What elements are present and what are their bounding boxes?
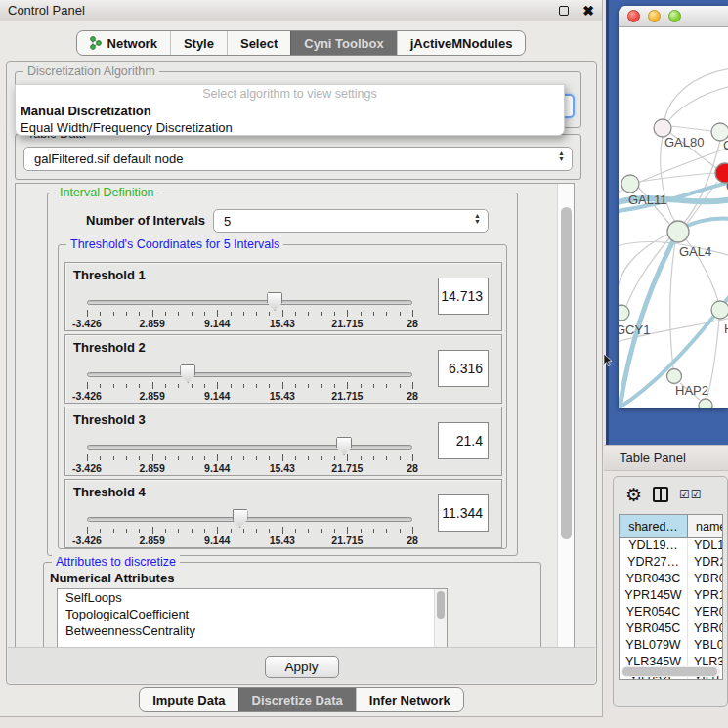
mouse-cursor	[603, 354, 613, 367]
table-row[interactable]: YDR27…YDR2	[620, 555, 722, 572]
network-node-gal4[interactable]	[667, 221, 689, 242]
slider-thumb[interactable]	[267, 292, 282, 311]
number-of-intervals-label: Number of Intervals	[86, 213, 205, 228]
control-panel-titlebar: Control Panel ✖	[0, 0, 602, 21]
tick-label: 9.144	[204, 390, 230, 402]
scrollbar-thumb[interactable]	[437, 591, 445, 619]
panel-title: Control Panel	[8, 3, 559, 18]
control-panel-window: Control Panel ✖ NetworkStyleSelectCyni T…	[0, 0, 603, 717]
slider-tick-labels: -3.4262.8599.14415.4321.71528	[87, 390, 412, 402]
threshold-box: Threshold 1-3.4262.8599.14415.4321.71528…	[64, 262, 502, 331]
tab-label: Cyni Toolbox	[304, 36, 383, 51]
number-of-intervals-combobox[interactable]: 5 ▲▼	[213, 209, 489, 233]
tab-label: Network	[107, 36, 157, 51]
vertical-scrollbar[interactable]	[557, 184, 574, 648]
horizontal-scrollbar[interactable]	[621, 666, 720, 677]
attributes-list: SelfLoopsTopologicalCoefficientBetweenne…	[57, 588, 448, 649]
tab-label: Select	[240, 36, 278, 51]
network-node-hap2[interactable]	[667, 369, 682, 384]
tick-label: 15.43	[270, 462, 295, 474]
network-node-gcy1[interactable]	[619, 305, 629, 321]
tab-style[interactable]: Style	[170, 31, 227, 55]
cell-name: YPR1	[688, 588, 722, 605]
network-window-titlebar	[619, 6, 728, 27]
slider-track[interactable]	[87, 300, 412, 305]
threshold-label: Threshold 3	[73, 412, 146, 427]
tab-cyni-toolbox[interactable]: Cyni Toolbox	[290, 31, 396, 55]
attribute-list-item[interactable]: BetweennessCentrality	[58, 622, 447, 639]
table-panel-titlebar: Table Panel	[604, 445, 728, 471]
table-data-combobox[interactable]: galFiltered.sif default node ▲▼	[23, 147, 573, 171]
table-row[interactable]: YBL079WYBL0	[620, 638, 722, 655]
tick-label: 21.715	[331, 535, 363, 546]
slider-track[interactable]	[87, 445, 412, 450]
cell-shared-name: YBR043C	[620, 572, 688, 588]
slider-thumb[interactable]	[180, 364, 195, 383]
table-row[interactable]: YBR045CYBR0	[620, 621, 722, 638]
cell-shared-name: YER054C	[620, 605, 688, 621]
columns-icon[interactable]	[653, 487, 668, 502]
threshold-value-field[interactable]: 14.713	[438, 278, 489, 315]
tick-label: 9.144	[204, 318, 230, 329]
table-data-value: galFiltered.sif default node	[34, 151, 183, 166]
combo-spinner-icon: ▲▼	[474, 213, 481, 225]
slider-track[interactable]	[87, 372, 412, 377]
network-node-h[interactable]	[711, 301, 728, 319]
bottom-tab-infer-network[interactable]: Infer Network	[356, 688, 463, 711]
network-node[interactable]	[699, 399, 712, 408]
table-panel: ⚙ ☑☑ shared… name YDL19…YDL1YDR27…YDR2YB…	[613, 476, 728, 707]
slider-ticks	[87, 527, 412, 535]
slider-track[interactable]	[87, 517, 412, 522]
tab-network[interactable]: Network	[77, 31, 170, 55]
table-row[interactable]: YER054CYER0	[620, 605, 722, 621]
top-tab-bar: NetworkStyleSelectCyni ToolboxjActiveMNo…	[76, 30, 527, 56]
tab-jactivemnodules[interactable]: jActiveMNodules	[397, 31, 526, 55]
attributes-list-scrollbar[interactable]	[434, 589, 447, 649]
tab-select[interactable]: Select	[227, 31, 290, 55]
dropdown-option[interactable]: Manual Discretization	[16, 103, 564, 119]
number-of-intervals-value: 5	[224, 214, 231, 229]
tick-label: 15.43	[270, 390, 295, 402]
network-node-gal11[interactable]	[621, 175, 639, 193]
cell-shared-name: YBR045C	[620, 621, 688, 638]
cell-name: YBR0	[688, 621, 722, 638]
slider-tick-labels: -3.4262.8599.14415.4321.71528	[87, 318, 412, 329]
close-icon[interactable]: ✖	[582, 6, 594, 16]
table-row[interactable]: YPR145WYPR1	[620, 588, 722, 605]
threshold-value-field[interactable]: 21.4	[438, 422, 489, 459]
numerical-attributes-label: Numerical Attributes	[50, 571, 174, 585]
minimize-traffic-light-icon[interactable]	[648, 10, 661, 22]
attribute-list-item[interactable]: TopologicalCoefficient	[58, 606, 447, 622]
node-label: GCY1	[619, 322, 650, 337]
interval-definition-title: Interval Definition	[56, 186, 158, 199]
column-header-name[interactable]: name	[688, 515, 722, 537]
cell-name: YDR2	[688, 555, 722, 572]
threshold-value-field[interactable]: 6.316	[438, 350, 489, 387]
table-panel-title: Table Panel	[620, 450, 686, 465]
select-checkboxes-icon[interactable]: ☑☑	[679, 488, 703, 501]
dropdown-option[interactable]: Equal Width/Frequency Discretization	[16, 119, 564, 136]
scrollbar-thumb[interactable]	[561, 207, 572, 539]
apply-button[interactable]: Apply	[265, 656, 339, 678]
bottom-tab-discretize-data[interactable]: Discretize Data	[238, 688, 356, 711]
threshold-value-field[interactable]: 11.344	[438, 494, 489, 532]
tick-label: -3.426	[72, 318, 102, 329]
float-window-icon[interactable]	[559, 6, 569, 16]
tick-label: 28	[407, 462, 418, 474]
bottom-tab-impute-data[interactable]: Impute Data	[140, 688, 237, 711]
slider-tick-labels: -3.4262.8599.14415.4321.71528	[87, 535, 412, 546]
attribute-list-item[interactable]: SelfLoops	[58, 589, 447, 606]
gear-icon[interactable]: ⚙	[625, 486, 642, 504]
tab-label: jActiveMNodules	[410, 36, 513, 51]
table-row[interactable]: YBR043CYBR0	[620, 572, 722, 588]
scrollbar-thumb[interactable]	[622, 667, 717, 676]
network-canvas[interactable]: GAL80GCGAL11GAL4GCY1HHAP2	[619, 27, 728, 408]
slider-thumb[interactable]	[336, 437, 352, 455]
cell-name: YDL1	[688, 538, 722, 555]
slider-thumb[interactable]	[233, 509, 248, 528]
zoom-traffic-light-icon[interactable]	[668, 10, 681, 22]
close-traffic-light-icon[interactable]	[627, 10, 640, 22]
column-header-shared-name[interactable]: shared…	[620, 515, 688, 537]
table-row[interactable]: YDL19…YDL1	[620, 538, 722, 555]
threshold-slider: -3.4262.8599.14415.4321.71528	[87, 368, 412, 398]
